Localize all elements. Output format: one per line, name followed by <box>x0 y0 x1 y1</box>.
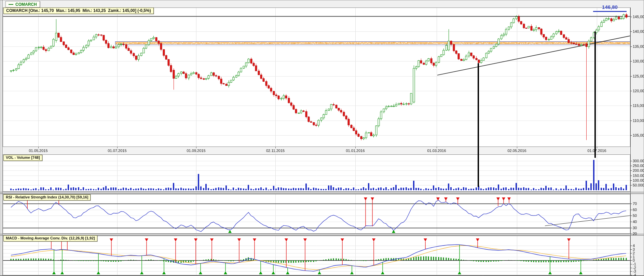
series-legend[interactable]: COMARCH <box>5 1 40 8</box>
rsi-panel-title[interactable]: RSI - Relative Strength Index (14,30,70)… <box>3 194 91 201</box>
ohlc-info-box: COMARCH [Otw.: 145,70 Max.: 145,95 Min.:… <box>3 8 154 14</box>
chart-canvas[interactable] <box>0 0 644 276</box>
volume-panel-title[interactable]: VOL - Volume [748] <box>3 155 42 161</box>
chart-window: 145,00140,00135,00130,00125,00120,00115,… <box>0 0 644 276</box>
macd-panel-title[interactable]: MACD - Moving Average Conv. Div. (12,26,… <box>3 235 97 242</box>
series-line-icon <box>9 4 13 5</box>
series-legend-label: COMARCH <box>15 2 37 7</box>
price-high-annotation: 146,80 <box>593 4 626 10</box>
